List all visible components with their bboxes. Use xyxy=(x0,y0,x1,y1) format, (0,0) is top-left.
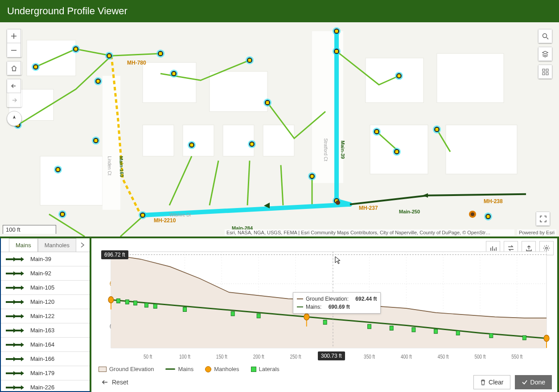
svg-marker-116 xyxy=(21,300,24,304)
list-item[interactable]: Main-39 xyxy=(1,252,90,266)
basemap-button[interactable] xyxy=(538,65,552,79)
svg-marker-123 xyxy=(13,343,16,347)
svg-marker-120 xyxy=(21,328,24,333)
legend-ground[interactable]: Ground Elevation xyxy=(99,366,154,372)
svg-text:250 ft: 250 ft xyxy=(290,354,301,359)
svg-rect-8 xyxy=(263,125,294,156)
hover-x-label: 300.73 ft xyxy=(318,351,345,360)
svg-rect-55 xyxy=(335,29,338,33)
svg-marker-104 xyxy=(13,115,16,119)
svg-text:Main-250: Main-250 xyxy=(399,209,420,214)
svg-point-179 xyxy=(544,335,549,341)
search-button[interactable] xyxy=(538,29,552,43)
svg-text:MH-237: MH-237 xyxy=(359,205,378,211)
svg-point-103 xyxy=(471,212,474,216)
list-item-label: Main-122 xyxy=(30,313,54,319)
zoom-out-button[interactable] xyxy=(7,43,21,57)
zoom-in-button[interactable] xyxy=(7,29,21,43)
list-item-label: Main-163 xyxy=(30,327,54,334)
svg-rect-97 xyxy=(310,175,314,178)
tab-mains[interactable]: Mains xyxy=(9,238,38,252)
fullscreen-button[interactable] xyxy=(536,212,550,226)
compass-button[interactable] xyxy=(7,111,22,126)
svg-rect-164 xyxy=(231,311,234,316)
svg-marker-119 xyxy=(13,314,16,318)
svg-rect-11 xyxy=(446,125,517,174)
profile-footer: Reset Clear Done xyxy=(96,372,553,389)
prev-extent-button[interactable] xyxy=(7,79,21,93)
list-item[interactable]: Main-92 xyxy=(1,266,90,281)
svg-rect-170 xyxy=(434,329,438,334)
svg-text:350 ft: 350 ft xyxy=(364,354,375,359)
svg-rect-108 xyxy=(543,73,545,75)
main-arrow-icon xyxy=(5,285,24,291)
layers-button[interactable] xyxy=(538,47,552,61)
main-arrow-icon xyxy=(5,370,24,376)
svg-marker-127 xyxy=(13,371,16,376)
svg-marker-118 xyxy=(21,314,24,318)
svg-rect-7 xyxy=(223,125,254,156)
svg-rect-91 xyxy=(486,215,490,218)
map-attribution: Esri, NASA, NGA, USGS, FEMA | Esri Commu… xyxy=(225,229,514,236)
svg-text:200 ft: 200 ft xyxy=(253,354,264,359)
svg-rect-43 xyxy=(107,54,111,57)
svg-text:400 ft: 400 ft xyxy=(401,354,412,359)
svg-marker-111 xyxy=(13,257,16,261)
list-item[interactable]: Main-164 xyxy=(1,338,90,352)
list-item[interactable]: Main-163 xyxy=(1,323,90,338)
svg-marker-121 xyxy=(13,328,16,333)
main-arrow-icon xyxy=(5,342,24,348)
svg-marker-115 xyxy=(13,286,16,290)
legend-manholes[interactable]: Manholes xyxy=(205,366,239,372)
svg-marker-122 xyxy=(21,343,24,347)
svg-point-105 xyxy=(543,33,547,37)
main-arrow-icon xyxy=(5,313,24,319)
legend-mains[interactable]: Mains xyxy=(165,366,193,372)
app-header: Underground Profile Viewer xyxy=(0,0,559,22)
list-item[interactable]: Main-120 xyxy=(1,295,90,309)
next-extent-button[interactable] xyxy=(7,93,21,107)
list-item[interactable]: Main-166 xyxy=(1,352,90,366)
svg-rect-163 xyxy=(183,307,187,312)
svg-rect-79 xyxy=(56,168,60,172)
svg-rect-49 xyxy=(248,58,251,62)
legend-laterals[interactable]: Laterals xyxy=(251,366,280,372)
feature-list: Main-39 Main-92 Main-105 Main-120 Main-1… xyxy=(1,252,90,391)
main-arrow-icon xyxy=(5,299,24,305)
tab-next-icon[interactable] xyxy=(76,242,89,248)
done-button[interactable]: Done xyxy=(515,375,552,389)
svg-text:Main-39: Main-39 xyxy=(340,141,345,159)
svg-rect-15 xyxy=(103,76,120,210)
list-item[interactable]: Main-122 xyxy=(1,309,90,323)
svg-rect-46 xyxy=(172,72,176,75)
svg-text:150 ft: 150 ft xyxy=(216,354,227,359)
svg-marker-114 xyxy=(21,286,24,290)
svg-rect-6 xyxy=(183,125,214,156)
list-item[interactable]: Main-105 xyxy=(1,281,90,295)
svg-marker-125 xyxy=(13,357,16,361)
svg-text:Main-163: Main-163 xyxy=(119,156,125,177)
list-item[interactable]: Main-179 xyxy=(1,366,90,380)
reset-button[interactable]: Reset xyxy=(97,376,133,388)
svg-marker-112 xyxy=(21,271,24,276)
svg-rect-58 xyxy=(397,74,401,78)
tab-manholes[interactable]: Manholes xyxy=(38,238,76,252)
home-button[interactable] xyxy=(7,61,21,75)
svg-rect-61 xyxy=(335,49,338,53)
svg-rect-64 xyxy=(94,139,98,143)
svg-text:500 ft: 500 ft xyxy=(475,354,486,359)
clear-button[interactable]: Clear xyxy=(473,375,510,389)
svg-rect-167 xyxy=(368,324,371,329)
map-view[interactable]: MH-780 MH-2210 MH-237 MH-238 Main-39 Mai… xyxy=(0,22,559,238)
svg-rect-171 xyxy=(456,331,460,335)
list-item-label: Main-120 xyxy=(30,298,54,305)
powered-by-esri: Powered by Esri xyxy=(517,229,556,236)
svg-rect-165 xyxy=(257,314,260,318)
svg-marker-124 xyxy=(21,357,24,361)
svg-point-175 xyxy=(108,297,114,303)
svg-rect-169 xyxy=(412,327,415,332)
svg-rect-70 xyxy=(250,143,254,146)
main-arrow-icon xyxy=(5,327,24,334)
svg-rect-166 xyxy=(323,320,327,325)
list-item[interactable]: Main-226 xyxy=(1,380,90,391)
